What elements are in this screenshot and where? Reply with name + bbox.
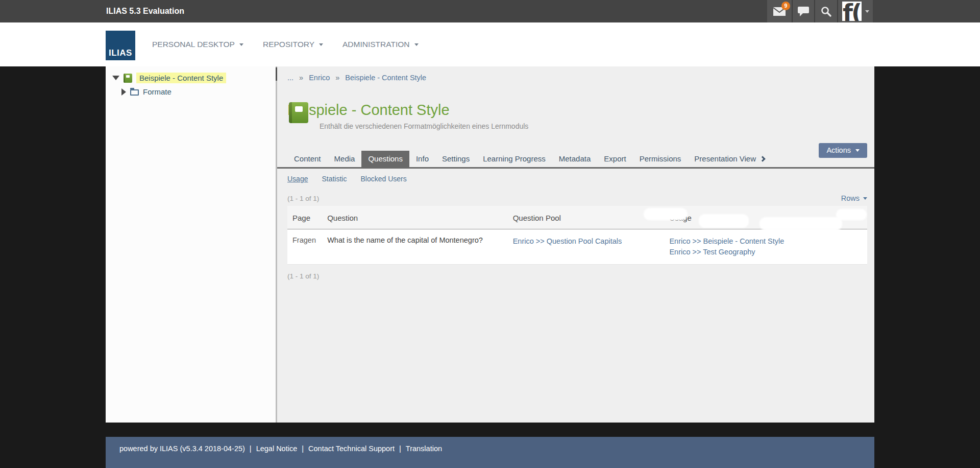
chevron-down-icon bbox=[863, 197, 867, 200]
breadcrumb-separator: » bbox=[299, 74, 303, 82]
translation-link[interactable]: Translation bbox=[406, 444, 442, 453]
subtab-blocked-users[interactable]: Blocked Users bbox=[360, 175, 406, 183]
main-nav-bar: ILIAS PERSONAL DESKTOP REPOSITORY ADMINI… bbox=[0, 22, 980, 66]
column-header-usage: Usage bbox=[664, 206, 867, 229]
usage-link[interactable]: Enrico >> Beispiele - Content Style bbox=[669, 236, 862, 247]
tab-media[interactable]: Media bbox=[328, 151, 362, 167]
search-icon bbox=[821, 6, 831, 17]
user-menu-button[interactable]: f( bbox=[837, 0, 873, 22]
menu-administration[interactable]: ADMINISTRATION bbox=[342, 40, 418, 49]
tab-learning-progress[interactable]: Learning Progress bbox=[476, 151, 552, 167]
table-row: Fragen What is the name of the capital o… bbox=[287, 229, 867, 265]
learning-module-icon bbox=[124, 74, 132, 83]
chevron-down-icon bbox=[865, 10, 869, 13]
footer-separator: | bbox=[302, 444, 304, 453]
questions-table-section: (1 - 1 of 1) Rows Page Question Question… bbox=[287, 194, 867, 280]
breadcrumb-enrico[interactable]: Enrico bbox=[309, 74, 330, 82]
menu-repository[interactable]: REPOSITORY bbox=[263, 40, 323, 49]
tree-collapse-icon[interactable] bbox=[112, 76, 119, 80]
result-range-bottom: (1 - 1 of 1) bbox=[287, 272, 867, 280]
avatar: f( bbox=[842, 2, 862, 21]
tab-questions[interactable]: Questions bbox=[361, 151, 409, 167]
footer: powered by ILIAS (v5.3.4 2018-04-25)|Leg… bbox=[106, 437, 874, 468]
footer-separator: | bbox=[399, 444, 401, 453]
tab-metadata[interactable]: Metadata bbox=[552, 151, 598, 167]
chevron-down-icon bbox=[319, 43, 323, 46]
mail-count-badge: 9 bbox=[781, 2, 790, 10]
tab-settings[interactable]: Settings bbox=[435, 151, 476, 167]
question-pool-link[interactable]: Enrico >> Question Pool Capitals bbox=[513, 236, 659, 247]
tab-permissions[interactable]: Permissions bbox=[633, 151, 688, 167]
chevron-down-icon bbox=[855, 149, 860, 152]
actions-button[interactable]: Actions bbox=[819, 143, 867, 158]
tree-link-beispiele[interactable]: Beispiele - Content Style bbox=[136, 73, 226, 83]
main-menu: PERSONAL DESKTOP REPOSITORY ADMINISTRATI… bbox=[152, 22, 419, 66]
cell-usage: Enrico >> Beispiele - Content Style Enri… bbox=[664, 229, 867, 265]
ilias-version-link[interactable]: ILIAS (v5.3.4 2018-04-25) bbox=[160, 444, 245, 453]
result-range-top: (1 - 1 of 1) bbox=[287, 195, 319, 202]
column-header-page: Page bbox=[287, 206, 322, 229]
table-header-row: Page Question Question Pool Usage bbox=[287, 206, 867, 229]
cell-question: What is the name of the capital of Monte… bbox=[322, 229, 508, 265]
top-bar: ILIAS 5.3 Evaluation 9 f( bbox=[0, 0, 980, 22]
table-toolbar: (1 - 1 of 1) Rows bbox=[287, 194, 867, 202]
object-header: Beispiele - Content Style Enthält die ve… bbox=[287, 101, 874, 130]
tree-item-formate: Formate bbox=[106, 85, 276, 99]
tab-info[interactable]: Info bbox=[409, 151, 435, 167]
breadcrumb-ellipsis[interactable]: ... bbox=[287, 74, 293, 82]
questions-table-wrap: Page Question Question Pool Usage Fragen… bbox=[287, 206, 867, 265]
tree-link-formate[interactable]: Formate bbox=[143, 87, 172, 96]
usage-link[interactable]: Enrico >> Test Geography bbox=[669, 247, 862, 258]
powered-by-text: powered by bbox=[119, 444, 160, 453]
folder-icon bbox=[130, 89, 139, 96]
breadcrumb: ... » Enrico » Beispiele - Content Style bbox=[277, 66, 874, 82]
cell-page: Fragen bbox=[287, 229, 322, 265]
tab-bar: Content Media Questions Info Settings Le… bbox=[277, 151, 874, 169]
page-subtitle: Enthält die verschiedenen Formatmöglichk… bbox=[320, 122, 874, 130]
breadcrumb-separator: » bbox=[335, 74, 339, 82]
topbar-icon-group: 9 f( bbox=[767, 0, 873, 22]
column-header-question-pool: Question Pool bbox=[508, 206, 665, 229]
column-header-question: Question bbox=[322, 206, 508, 229]
mail-button[interactable]: 9 bbox=[767, 0, 792, 22]
client-title: ILIAS 5.3 Evaluation bbox=[106, 0, 184, 22]
chevron-down-icon bbox=[414, 43, 419, 46]
breadcrumb-current[interactable]: Beispiele - Content Style bbox=[345, 74, 426, 82]
tab-content[interactable]: Content bbox=[287, 151, 328, 167]
subtab-usage[interactable]: Usage bbox=[287, 175, 308, 183]
search-button[interactable] bbox=[814, 0, 837, 22]
tab-export[interactable]: Export bbox=[597, 151, 632, 167]
learning-module-icon bbox=[289, 102, 308, 123]
contact-support-link[interactable]: Contact Technical Support bbox=[308, 444, 395, 453]
subtab-statistic[interactable]: Statistic bbox=[322, 175, 347, 183]
subtab-bar: Usage Statistic Blocked Users bbox=[277, 169, 874, 183]
ilias-logo[interactable]: ILIAS bbox=[106, 31, 135, 60]
content-area: Beispiele - Content Style Formate ... » … bbox=[106, 66, 874, 423]
questions-table: Page Question Question Pool Usage Fragen… bbox=[287, 206, 867, 265]
tree-item-beispiele: Beispiele - Content Style bbox=[106, 71, 276, 85]
chat-button[interactable] bbox=[792, 0, 814, 22]
cell-question-pool: Enrico >> Question Pool Capitals bbox=[508, 229, 665, 265]
repository-tree: Beispiele - Content Style Formate bbox=[106, 66, 276, 423]
chat-icon bbox=[798, 7, 809, 16]
legal-notice-link[interactable]: Legal Notice bbox=[256, 444, 298, 453]
main-panel: ... » Enrico » Beispiele - Content Style… bbox=[277, 66, 874, 423]
rows-dropdown[interactable]: Rows bbox=[841, 194, 867, 202]
chevron-down-icon bbox=[239, 43, 243, 46]
tab-presentation-view[interactable]: Presentation View bbox=[688, 151, 771, 167]
tree-expand-icon[interactable] bbox=[121, 88, 126, 96]
footer-separator: | bbox=[250, 444, 252, 453]
menu-personal-desktop[interactable]: PERSONAL DESKTOP bbox=[152, 40, 243, 49]
presentation-view-arrow-icon bbox=[760, 156, 765, 161]
page-title: Beispiele - Content Style bbox=[287, 101, 874, 119]
